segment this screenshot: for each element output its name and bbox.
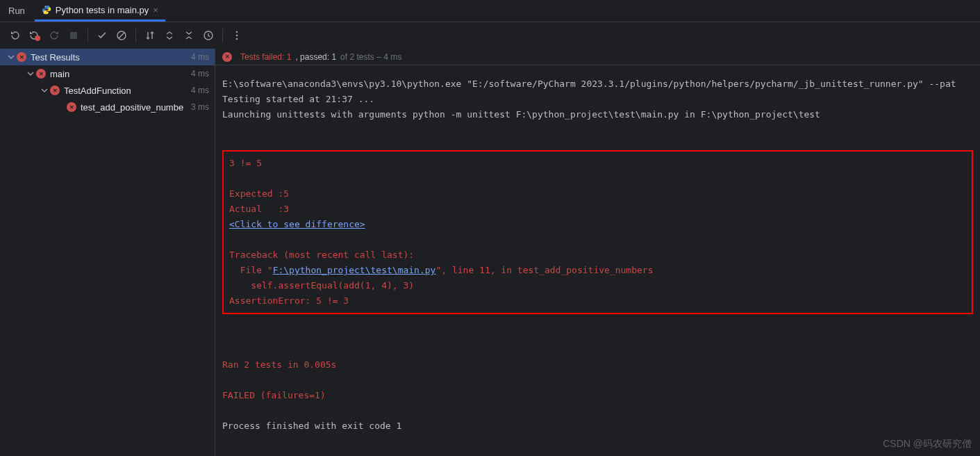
- watermark: CSDN @码农研究僧: [883, 438, 972, 450]
- run-config-tab[interactable]: Python tests in main.py ×: [35, 1, 165, 22]
- tree-test[interactable]: test_add_positive_numbe 3 ms: [0, 99, 215, 115]
- sort-button[interactable]: [140, 26, 160, 45]
- console-panel: Tests failed: 1, passed: 1 of 2 tests – …: [215, 49, 980, 456]
- tests-passed-label: , passed: 1: [295, 52, 336, 62]
- svg-point-1: [47, 13, 48, 13]
- see-difference-link[interactable]: <Click to see difference>: [229, 219, 365, 229]
- console-line: Launching unittests with arguments pytho…: [222, 109, 820, 120]
- exit-line: Process finished with exit code 1: [222, 421, 401, 431]
- test-toolbar: [0, 22, 980, 49]
- svg-rect-3: [70, 32, 77, 39]
- expected-value: 5: [283, 188, 289, 199]
- tree-label: main: [50, 69, 191, 79]
- traceback-header: Traceback (most recent call last):: [229, 250, 414, 260]
- tree-label: test_add_positive_numbe: [81, 102, 191, 113]
- collapse-all-button[interactable]: [179, 26, 199, 45]
- tree-label: TestAddFunction: [64, 86, 191, 96]
- python-icon: [42, 5, 51, 15]
- error-highlight-box: 3 != 5 Expected :5 Actual :3 <Click to s…: [222, 150, 973, 314]
- actual-label: Actual :: [229, 204, 283, 214]
- console-line: Testing started at 21:37 ...: [222, 94, 374, 104]
- svg-point-0: [44, 6, 45, 7]
- traceback-file-suffix: ", line 11, in test_add_positive_numbers: [435, 265, 653, 275]
- tests-summary-suffix: of 2 tests – 4 ms: [340, 52, 401, 62]
- fail-icon: [17, 52, 26, 62]
- show-ignored-button[interactable]: [112, 26, 131, 45]
- fail-icon: [67, 102, 76, 112]
- tests-failed-label: Tests failed: 1: [240, 52, 291, 62]
- chevron-down-icon[interactable]: [25, 68, 36, 79]
- svg-point-2: [35, 35, 40, 41]
- svg-line-5: [119, 33, 124, 38]
- expand-all-button[interactable]: [160, 26, 179, 45]
- fail-icon: [222, 52, 232, 62]
- history-button[interactable]: [199, 26, 218, 45]
- tree-time: 4 ms: [191, 52, 209, 62]
- tree-label: Test Results: [31, 52, 191, 63]
- show-passed-button[interactable]: [92, 26, 112, 45]
- tree-time: 4 ms: [191, 69, 209, 79]
- toolbar-separator: [88, 28, 88, 42]
- rerun-failed-button[interactable]: [25, 26, 44, 45]
- console-output[interactable]: E:\software\anaconda3\envs\py3.10\python…: [215, 65, 980, 456]
- tab-bar: Run Python tests in main.py ×: [0, 0, 980, 22]
- traceback-file-prefix: File ": [229, 265, 273, 275]
- tree-class[interactable]: TestAddFunction 4 ms: [0, 82, 215, 99]
- toggle-auto-test-button[interactable]: [44, 26, 64, 45]
- tab-title: Python tests in main.py: [56, 5, 149, 15]
- ran-summary: Ran 2 tests in 0.005s: [222, 359, 336, 370]
- actual-value: 3: [283, 204, 289, 214]
- toolbar-separator: [222, 28, 223, 42]
- test-tree: Test Results 4 ms main 4 ms TestAddFunct…: [0, 49, 215, 456]
- tree-time: 3 ms: [191, 102, 209, 112]
- traceback-file-link[interactable]: F:\python_project\test\main.py: [273, 265, 436, 275]
- svg-point-9: [236, 38, 238, 40]
- failed-summary: FAILED (failures=1): [222, 390, 326, 400]
- expected-label: Expected :: [229, 188, 283, 199]
- stop-button[interactable]: [64, 26, 83, 45]
- console-line: E:\software\anaconda3\envs\py3.10\python…: [222, 79, 956, 89]
- svg-point-7: [236, 31, 238, 33]
- assertion-error: AssertionError: 5 != 3: [229, 295, 349, 306]
- main-area: Test Results 4 ms main 4 ms TestAddFunct…: [0, 49, 980, 456]
- traceback-code: self.assertEqual(add(1, 4), 3): [229, 280, 414, 291]
- tree-module[interactable]: main 4 ms: [0, 65, 215, 82]
- fail-icon: [50, 86, 60, 95]
- rerun-button[interactable]: [6, 26, 25, 45]
- error-line: 3 != 5: [229, 158, 262, 168]
- tree-time: 4 ms: [191, 86, 209, 95]
- tree-root[interactable]: Test Results 4 ms: [0, 49, 215, 65]
- run-tool-label: Run: [8, 6, 25, 16]
- chevron-down-icon[interactable]: [6, 51, 17, 63]
- close-tab-icon[interactable]: ×: [153, 5, 158, 15]
- fail-icon: [36, 69, 46, 79]
- console-header: Tests failed: 1, passed: 1 of 2 tests – …: [215, 49, 980, 65]
- svg-point-8: [236, 35, 238, 37]
- chevron-down-icon[interactable]: [39, 85, 50, 96]
- toolbar-separator: [135, 28, 136, 42]
- more-button[interactable]: [227, 26, 247, 45]
